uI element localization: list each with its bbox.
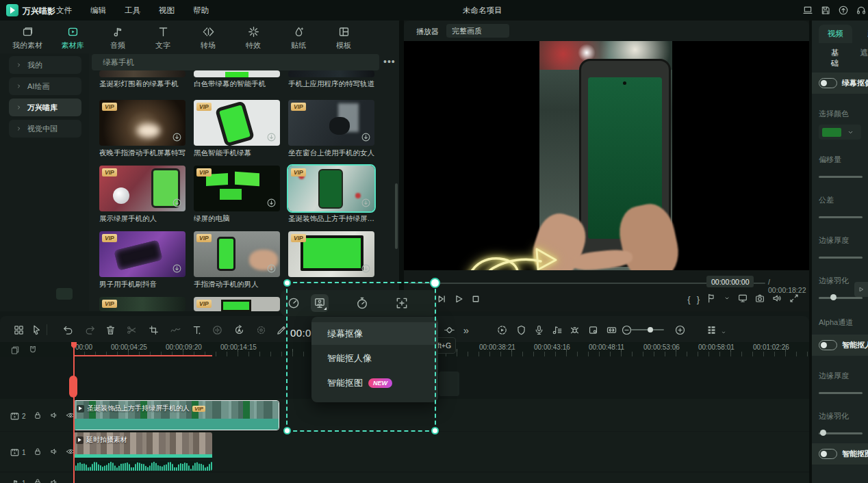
sidebar-item-AI绘画[interactable]: AI绘画 bbox=[9, 77, 81, 95]
playhead-line[interactable] bbox=[73, 342, 75, 483]
tab-文字[interactable]: 文字 bbox=[148, 23, 178, 53]
track-manager-button[interactable] bbox=[705, 324, 717, 336]
export-button[interactable] bbox=[838, 5, 849, 17]
download-icon[interactable] bbox=[172, 263, 182, 274]
tab-颜[interactable]: 颜 bbox=[858, 25, 868, 43]
slider-边缘厚度[interactable] bbox=[819, 389, 861, 396]
quality-dropdown[interactable]: 完整画质 bbox=[446, 24, 509, 38]
zoom-slider[interactable] bbox=[631, 329, 664, 330]
download-icon[interactable] bbox=[172, 198, 182, 208]
layout-grid-button[interactable] bbox=[12, 324, 25, 336]
timeline-clip-video1[interactable]: 延时拍摄素材 bbox=[73, 432, 212, 471]
tab-我的素材[interactable]: 我的素材 bbox=[12, 23, 42, 53]
lock-button[interactable] bbox=[33, 478, 42, 483]
search-input[interactable]: 绿幕手机 bbox=[92, 54, 379, 70]
rotate-text-button[interactable] bbox=[233, 324, 245, 336]
tab-视频[interactable]: 视频 bbox=[819, 25, 852, 43]
snapshot-button[interactable] bbox=[754, 293, 765, 305]
volume-button[interactable] bbox=[771, 293, 782, 305]
download-icon[interactable] bbox=[361, 198, 371, 208]
slider-边缘厚度[interactable] bbox=[819, 254, 861, 261]
download-icon[interactable] bbox=[361, 132, 371, 142]
chroma-key-tool-button[interactable] bbox=[311, 294, 329, 312]
delete-button[interactable] bbox=[104, 324, 116, 336]
mirror-display-button[interactable] bbox=[737, 293, 748, 305]
timer-button[interactable] bbox=[353, 294, 371, 312]
fullscreen-button[interactable] bbox=[789, 293, 800, 305]
media-item-thumbnail[interactable]: VIP bbox=[99, 100, 186, 146]
menu-视图[interactable]: 视图 bbox=[156, 4, 177, 17]
media-item-thumbnail[interactable]: VIP bbox=[288, 231, 374, 277]
tab-模板[interactable]: 模板 bbox=[329, 23, 359, 53]
marker-flag-button[interactable] bbox=[706, 293, 717, 305]
play-param-button[interactable] bbox=[854, 282, 868, 297]
toggle-智能抠图[interactable] bbox=[819, 449, 837, 459]
slider-handle[interactable] bbox=[820, 430, 826, 436]
mute-button[interactable] bbox=[49, 447, 59, 458]
slider-偏移量[interactable] bbox=[819, 173, 861, 180]
play-button[interactable] bbox=[452, 293, 465, 306]
zoom-in-button[interactable] bbox=[674, 324, 686, 336]
toggle-绿幕抠像[interactable] bbox=[819, 78, 837, 88]
media-item-thumbnail[interactable] bbox=[288, 70, 374, 77]
tab-素材库[interactable]: 素材库 bbox=[58, 23, 88, 53]
lock-button[interactable] bbox=[33, 410, 42, 421]
download-icon[interactable] bbox=[266, 198, 277, 208]
media-item-thumbnail[interactable] bbox=[194, 70, 280, 77]
screen-record-button[interactable] bbox=[587, 324, 599, 336]
sidebar-item-万兴喵库[interactable]: 万兴喵库 bbox=[9, 99, 81, 116]
media-item-thumbnail[interactable]: VIP bbox=[99, 166, 186, 211]
save-button[interactable] bbox=[820, 5, 831, 17]
media-item-thumbnail[interactable]: VIP bbox=[194, 297, 280, 311]
tab-音频[interactable]: 音频 bbox=[103, 23, 133, 53]
caret-down-button[interactable] bbox=[723, 294, 731, 304]
media-item-thumbnail[interactable]: VIP bbox=[288, 166, 374, 211]
focus-plus-button[interactable] bbox=[393, 294, 411, 312]
menu-item-绿幕抠像[interactable]: 绿幕抠像 bbox=[311, 322, 438, 345]
zoom-slider-handle[interactable] bbox=[648, 327, 653, 332]
media-item-thumbnail[interactable]: VIP bbox=[194, 100, 280, 146]
media-item-thumbnail[interactable]: VIP bbox=[99, 297, 186, 311]
media-item-thumbnail[interactable]: VIP bbox=[99, 231, 186, 277]
workspace-button[interactable] bbox=[802, 5, 813, 17]
menu-编辑[interactable]: 编辑 bbox=[88, 4, 109, 17]
pen-button[interactable] bbox=[275, 324, 288, 336]
menu-item-智能抠人像[interactable]: 智能抠人像 bbox=[311, 347, 438, 369]
mute-button[interactable] bbox=[49, 478, 59, 483]
collapse-sidebar-button[interactable] bbox=[56, 288, 73, 300]
slider-边缘羽化[interactable] bbox=[819, 294, 861, 301]
subtab-基础[interactable]: 基础 bbox=[831, 48, 843, 64]
sidebar-item-我的[interactable]: 我的 bbox=[9, 56, 81, 74]
select-tool-button[interactable] bbox=[30, 324, 42, 336]
adjust-dial-button[interactable] bbox=[285, 294, 303, 312]
media-item-thumbnail[interactable]: VIP bbox=[194, 166, 280, 211]
subtab-遮[interactable]: 遮 bbox=[860, 48, 868, 64]
text-tool-button[interactable] bbox=[190, 324, 203, 336]
mute-button[interactable] bbox=[49, 410, 59, 421]
menu-帮助[interactable]: 帮助 bbox=[190, 4, 212, 17]
media-item-thumbnail[interactable]: VIP bbox=[194, 231, 280, 277]
slider-公差[interactable] bbox=[819, 213, 861, 220]
menu-文件[interactable]: 文件 bbox=[53, 4, 75, 17]
auto-ripple-button[interactable] bbox=[605, 324, 617, 336]
download-icon[interactable] bbox=[266, 132, 277, 142]
download-icon[interactable] bbox=[266, 263, 277, 274]
sidebar-item-视觉中国[interactable]: 视觉中国 bbox=[9, 120, 81, 138]
toggle-智能抠人像[interactable] bbox=[819, 340, 837, 350]
marker-shield-button[interactable] bbox=[515, 324, 527, 336]
slider-handle[interactable] bbox=[830, 294, 837, 300]
chroma-key-button[interactable] bbox=[568, 324, 580, 336]
step-forward-button[interactable] bbox=[435, 293, 448, 306]
more-chevrons-button[interactable]: » bbox=[460, 324, 472, 336]
download-icon[interactable] bbox=[172, 132, 182, 142]
media-item-thumbnail[interactable] bbox=[99, 70, 186, 77]
tab-转场[interactable]: 转场 bbox=[193, 23, 223, 53]
menu-item-智能抠图[interactable]: 智能抠图NEW bbox=[311, 371, 438, 394]
lock-button[interactable] bbox=[33, 447, 42, 458]
tab-贴纸[interactable]: 贴纸 bbox=[283, 23, 314, 53]
undo-button[interactable] bbox=[62, 324, 74, 336]
search-more-button[interactable]: ••• bbox=[383, 56, 396, 67]
timeline-clip-video2[interactable]: 圣诞装饰品上方手持绿屏手机的人 VIP bbox=[73, 400, 279, 430]
color-select[interactable] bbox=[819, 125, 861, 140]
stop-button[interactable] bbox=[470, 293, 482, 306]
